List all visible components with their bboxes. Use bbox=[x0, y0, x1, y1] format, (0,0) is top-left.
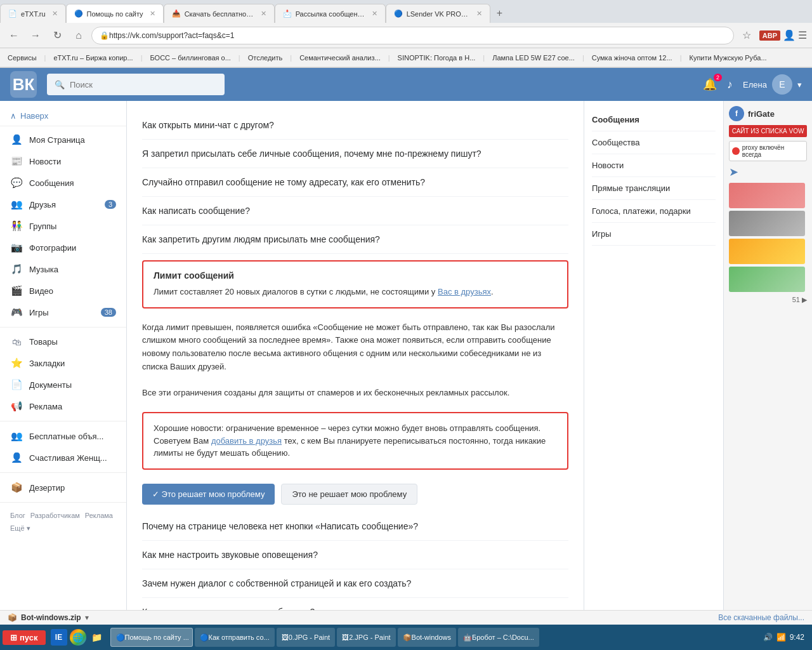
forward-button[interactable]: → bbox=[27, 27, 44, 44]
sidebar-item-music[interactable]: 🎵 Музыка bbox=[0, 258, 126, 280]
sidebar-item-messages[interactable]: 💬 Сообщения bbox=[0, 172, 126, 194]
right-sidebar-streams[interactable]: Прямые трансляции bbox=[592, 177, 716, 200]
right-sidebar-messages[interactable]: Сообщения bbox=[592, 109, 716, 131]
address-input[interactable]: 🔒 https://vk.com/support?act=faqs&c=1 bbox=[91, 27, 734, 44]
faq-item-6[interactable]: Почему на странице человека нет кнопки «… bbox=[142, 512, 568, 541]
tab-support[interactable]: 🔵 Помощь по сайту ✕ bbox=[66, 4, 164, 23]
bookmark-button[interactable]: ☆ bbox=[738, 27, 756, 44]
sidebar-item-groups[interactable]: 👫 Группы bbox=[0, 215, 126, 237]
faq-item-3[interactable]: Случайно отправил сообщение не тому адре… bbox=[142, 168, 568, 197]
sidebar-item-games[interactable]: 🎮 Игры 38 bbox=[0, 302, 126, 323]
vk-logo[interactable]: ВК bbox=[10, 71, 37, 98]
sidebar-item-market[interactable]: 🛍 Товары bbox=[0, 331, 126, 352]
sidebar-item-news[interactable]: 📰 Новости bbox=[0, 150, 126, 172]
footer-blog[interactable]: Блог bbox=[10, 512, 25, 519]
sidebar-item-ads[interactable]: 📢 Реклама bbox=[0, 395, 126, 417]
faq-item-8[interactable]: Зачем нужен диалог с собственной страниц… bbox=[142, 569, 568, 598]
sidebar-item-photos[interactable]: 📷 Фотографии bbox=[0, 237, 126, 258]
faq-item-7[interactable]: Как мне настроить звуковые оповещения? bbox=[142, 541, 568, 569]
toolbar-track[interactable]: Отследить bbox=[246, 53, 285, 63]
reload-button[interactable]: ↻ bbox=[48, 27, 66, 44]
resolve-button[interactable]: ✓ Это решает мою проблему bbox=[142, 484, 275, 505]
footer-dev[interactable]: Разработчикам bbox=[30, 512, 80, 519]
vk-right-sidebar: Сообщения Сообщества Новости Прямые тран… bbox=[584, 101, 723, 625]
sidebar-item-friends[interactable]: 👥 Друзья 3 bbox=[0, 194, 126, 215]
close-tab-bot[interactable]: ✕ bbox=[261, 10, 266, 18]
search-input[interactable] bbox=[70, 80, 217, 90]
taskbar-task-brobot[interactable]: 🤖 Бробот – C:\Docu... bbox=[458, 628, 539, 647]
right-sidebar-games[interactable]: Игры bbox=[592, 223, 716, 246]
toolbar-lamp[interactable]: Лампа LED 5W E27 сое... bbox=[490, 53, 577, 63]
toolbar-etxt[interactable]: eTXT.ru – Биржа копир... bbox=[51, 53, 135, 63]
right-sidebar-communities[interactable]: Сообщества bbox=[592, 131, 716, 154]
sidebar-back-button[interactable]: ∧ Наверх bbox=[0, 106, 126, 126]
toolbar-sinoptik[interactable]: SINOPTIK: Погода в Н... bbox=[395, 53, 478, 63]
toolbar-boss[interactable]: БОСС – биллинговая о... bbox=[148, 53, 233, 63]
home-button[interactable]: ⌂ bbox=[70, 27, 88, 44]
taskbar-task-send[interactable]: 🔵 Как отправить со... bbox=[195, 628, 275, 647]
tab-messages[interactable]: 📩 Рассылка сообщений Вкон... ✕ bbox=[275, 4, 386, 23]
task-icon-send: 🔵 bbox=[200, 633, 209, 642]
notifications-bell[interactable]: 🔔 2 bbox=[703, 77, 717, 91]
frigate-thumb-1[interactable] bbox=[729, 183, 805, 208]
tab-lsender[interactable]: 🔵 LSender VK PRO - програ... ✕ bbox=[386, 4, 490, 23]
toolbar-services[interactable]: Сервисы bbox=[5, 53, 39, 63]
frigate-proxy-toggle[interactable]: proxy включён всегда bbox=[729, 141, 807, 161]
user-menu[interactable]: Елена Е ▾ bbox=[743, 74, 802, 95]
faq-item-4[interactable]: Как написать сообщение? bbox=[142, 197, 568, 225]
taskbar-ie-icon[interactable]: IE bbox=[51, 629, 67, 646]
footer-ads[interactable]: Реклама bbox=[85, 512, 113, 519]
frigate-thumb-3[interactable] bbox=[729, 239, 805, 264]
right-sidebar-payments[interactable]: Голоса, платежи, подарки bbox=[592, 200, 716, 223]
download-file-icon: 📦 bbox=[8, 613, 17, 622]
profile-icon[interactable]: 👤 bbox=[783, 29, 796, 41]
back-button[interactable]: ← bbox=[5, 27, 23, 44]
menu-icon[interactable]: ☰ bbox=[798, 29, 807, 41]
task-label-bot: Bot-windows bbox=[412, 633, 451, 641]
taskbar-task-support[interactable]: 🔵 Помощь по сайту ... bbox=[110, 628, 193, 647]
close-tab-etxt[interactable]: ✕ bbox=[52, 10, 58, 18]
sidebar-item-video[interactable]: 🎬 Видео bbox=[0, 280, 126, 302]
faq-item-5[interactable]: Как запретить другим людям присылать мне… bbox=[142, 225, 568, 254]
friends-link[interactable]: Вас в друзьях bbox=[438, 287, 491, 296]
add-friends-link[interactable]: добавить в друзья bbox=[211, 436, 282, 446]
footer-more[interactable]: Ещё ▾ bbox=[10, 524, 30, 533]
right-sidebar-news[interactable]: Новости bbox=[592, 154, 716, 177]
taskbar-task-paint2[interactable]: 🖼 2.JPG - Paint bbox=[337, 628, 395, 647]
not-resolve-button[interactable]: Это не решает мою проблему bbox=[281, 484, 417, 505]
avatar[interactable]: Е bbox=[772, 74, 792, 95]
toolbar-bag[interactable]: Сумка жіноча оптом 12... bbox=[589, 53, 675, 63]
taskbar-folder-icon[interactable]: 📁 bbox=[89, 629, 105, 646]
sidebar-item-bookmarks[interactable]: ⭐ Закладки bbox=[0, 352, 126, 374]
faq-item-2[interactable]: Я запретил присылать себе личные сообщен… bbox=[142, 140, 568, 168]
download-chevron-icon[interactable]: ▾ bbox=[85, 613, 89, 622]
sidebar-item-docs[interactable]: 📄 Документы bbox=[0, 374, 126, 395]
sidebar-item-deserter[interactable]: 📦 Дезертир bbox=[0, 477, 126, 498]
close-tab-messages[interactable]: ✕ bbox=[372, 10, 377, 18]
tab-etxt[interactable]: 📄 eTXT.ru ✕ bbox=[0, 4, 66, 23]
sidebar-item-lucky-woman[interactable]: 👤 Счастливая Женщ... bbox=[0, 447, 126, 468]
frigate-thumb-2[interactable] bbox=[729, 211, 805, 236]
frigate-count[interactable]: 51 ▶ bbox=[729, 296, 807, 304]
music-icon[interactable]: ♪ bbox=[727, 78, 733, 91]
toolbar-shirt[interactable]: Купити Мужскую Руба... bbox=[687, 53, 769, 63]
vk-search-box[interactable]: 🔍 bbox=[47, 74, 225, 95]
taskbar-chrome-icon[interactable]: 🌐 bbox=[70, 629, 86, 646]
toolbar-semantic[interactable]: Семантический анализ... bbox=[297, 53, 383, 63]
close-tab-lsender[interactable]: ✕ bbox=[476, 10, 482, 18]
start-button[interactable]: ⊞ пуск bbox=[3, 630, 46, 645]
vk-page: ВК 🔍 🔔 2 ♪ Елена Е ▾ ∧ Наверх bbox=[0, 68, 812, 625]
sidebar-item-free-ads[interactable]: 👥 Бесплатные объя... bbox=[0, 425, 126, 447]
tab-bot-download[interactable]: 📥 Скачать бесплатно бот вк ✕ bbox=[164, 4, 275, 23]
new-tab-button[interactable]: + bbox=[490, 4, 509, 23]
main-text-1: Когда лимит превышен, появляется ошибка … bbox=[142, 315, 568, 380]
abp-icon[interactable]: ABP bbox=[759, 30, 780, 41]
frigate-thumb-4[interactable] bbox=[729, 267, 805, 292]
sidebar-item-mypage[interactable]: 👤 Моя Страница bbox=[0, 129, 126, 150]
taskbar-task-bot[interactable]: 📦 Bot-windows bbox=[398, 628, 456, 647]
download-all-link[interactable]: Все скачанные файлы... bbox=[718, 613, 804, 622]
sidebar-label-video: Видео bbox=[29, 286, 116, 296]
close-tab-support[interactable]: ✕ bbox=[150, 10, 155, 18]
taskbar-task-paint1[interactable]: 🖼 0.JPG - Paint bbox=[277, 628, 335, 647]
faq-item-1[interactable]: Как открыть мини-чат с другом? bbox=[142, 111, 568, 140]
